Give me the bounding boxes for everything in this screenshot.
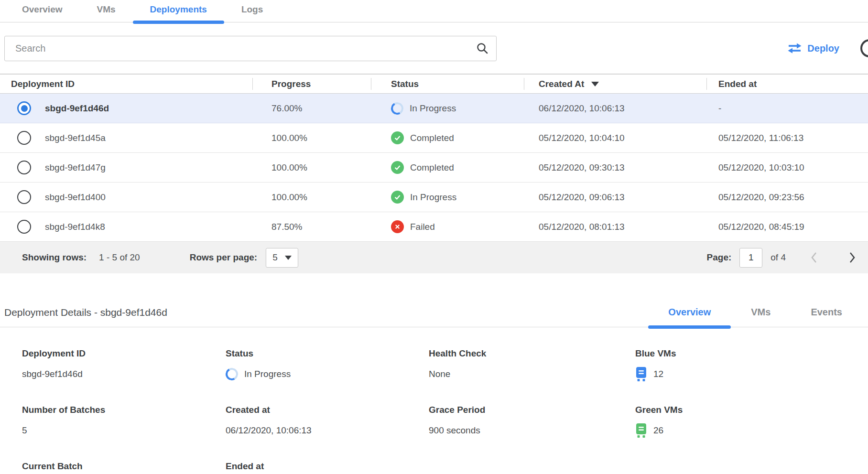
- failed-cross-icon: [391, 220, 404, 233]
- row-radio[interactable]: [17, 161, 31, 174]
- deployment-id-cell: sbgd-9ef1d47g: [45, 162, 106, 173]
- chevron-down-icon: [285, 256, 292, 260]
- row-radio[interactable]: [17, 131, 31, 145]
- page-number-input[interactable]: [739, 248, 762, 268]
- progress-cell: 76.00%: [252, 103, 371, 114]
- row-radio[interactable]: [17, 220, 31, 234]
- column-header-created-at[interactable]: Created At: [524, 75, 706, 93]
- table-header-row: Deployment ID Progress Status Created At…: [0, 74, 868, 94]
- created-at-cell: 05/12/2020, 09:06:13: [524, 192, 706, 203]
- progress-cell: 100.00%: [252, 162, 371, 173]
- status-cell: Completed: [410, 162, 454, 173]
- deploy-button-label: Deploy: [807, 43, 839, 54]
- field-label: Current Batch: [22, 461, 226, 472]
- details-tab-vms[interactable]: VMs: [731, 307, 791, 327]
- in-progress-spinner-icon: [224, 366, 239, 382]
- ended-at-cell: 05/12/2020, 08:45:19: [706, 222, 868, 232]
- field-value: 12: [653, 369, 663, 379]
- deployment-id-cell: sbgd-9ef1d45a: [45, 133, 106, 143]
- sort-desc-icon: [591, 82, 599, 86]
- completed-check-icon: [391, 191, 404, 204]
- column-header-deployment-id[interactable]: Deployment ID: [0, 75, 252, 93]
- in-progress-spinner-icon: [390, 101, 405, 116]
- table-row[interactable]: sbgd-9ef1d4k8 87.50% Failed 05/12/2020, …: [0, 212, 868, 242]
- field-value: 900 seconds: [429, 423, 635, 438]
- row-radio-selected[interactable]: [17, 101, 31, 115]
- tab-deployments[interactable]: Deployments: [133, 4, 224, 22]
- tab-overview[interactable]: Overview: [5, 4, 80, 22]
- previous-page-icon[interactable]: [811, 252, 817, 263]
- status-cell: Failed: [410, 222, 435, 232]
- field-value: In Progress: [244, 369, 291, 379]
- deployment-details-title: Deployment Details - sbgd-9ef1d46d: [4, 307, 167, 327]
- page-total: of 4: [770, 252, 786, 263]
- field-label: Status: [226, 348, 429, 359]
- completed-check-icon: [391, 131, 404, 144]
- search-icon: [476, 42, 488, 54]
- field-value: 06/12/2020, 10:06:13: [226, 423, 429, 438]
- field-status: Status In Progress: [226, 348, 429, 381]
- column-header-ended-at[interactable]: Ended at: [706, 75, 868, 93]
- details-tab-events[interactable]: Events: [791, 307, 862, 327]
- deploy-button[interactable]: Deploy: [787, 43, 839, 54]
- ended-at-cell: 05/12/2020, 11:06:13: [706, 133, 868, 143]
- search-input[interactable]: [5, 43, 476, 54]
- field-label: Grace Period: [429, 405, 635, 415]
- deploy-swap-icon: [787, 43, 802, 54]
- deployment-id-cell: sbgd-9ef1d4k8: [45, 222, 105, 232]
- field-value: sbgd-9ef1d46d: [22, 367, 226, 381]
- field-green-vms: Green VMs 26: [635, 405, 868, 438]
- history-icon[interactable]: [860, 39, 868, 57]
- ended-at-cell: 05/12/2020, 10:03:10: [706, 162, 868, 173]
- search-box[interactable]: [4, 36, 497, 61]
- field-created-at: Created at 06/12/2020, 10:06:13: [226, 405, 429, 438]
- deployment-details-grid: Deployment ID sbgd-9ef1d46d Status In Pr…: [0, 327, 868, 474]
- main-tab-bar: Overview VMs Deployments Logs: [0, 0, 868, 22]
- next-page-icon[interactable]: [849, 252, 856, 263]
- ended-at-cell: 05/12/2020, 09:23:56: [706, 192, 868, 203]
- column-header-progress[interactable]: Progress: [252, 75, 371, 93]
- deployments-table: Deployment ID Progress Status Created At…: [0, 74, 868, 273]
- tab-logs[interactable]: Logs: [224, 4, 280, 22]
- column-header-created-at-label: Created At: [539, 79, 584, 89]
- details-tab-overview[interactable]: Overview: [648, 307, 731, 327]
- table-pagination-bar: Showing rows: 1 - 5 of 20 Rows per page:…: [0, 242, 868, 273]
- field-current-batch: Current Batch 5: [22, 461, 226, 474]
- tab-vms[interactable]: VMs: [80, 4, 133, 22]
- field-ended-at: Ended at -: [226, 461, 429, 474]
- rows-per-page-select[interactable]: 5: [266, 248, 298, 268]
- deployment-id-cell: sbgd-9ef1d400: [45, 192, 106, 203]
- rows-per-page-label: Rows per page:: [190, 252, 257, 263]
- table-row[interactable]: sbgd-9ef1d45a 100.00% Completed 05/12/20…: [0, 123, 868, 153]
- deployment-details-header: Deployment Details - sbgd-9ef1d46d Overv…: [0, 307, 868, 327]
- completed-check-icon: [391, 161, 404, 174]
- created-at-cell: 05/12/2020, 08:01:13: [524, 222, 706, 232]
- toolbar: Deploy: [0, 35, 868, 61]
- field-health-check: Health Check None: [429, 348, 635, 381]
- field-number-of-batches: Number of Batches 5: [22, 405, 226, 438]
- showing-rows-label: Showing rows:: [22, 252, 87, 263]
- field-deployment-id: Deployment ID sbgd-9ef1d46d: [22, 348, 226, 381]
- field-label: Green VMs: [635, 405, 868, 415]
- progress-cell: 87.50%: [252, 222, 371, 232]
- rows-per-page-value: 5: [272, 252, 278, 263]
- status-cell: In Progress: [410, 192, 456, 203]
- table-row[interactable]: sbgd-9ef1d46d 76.00% In Progress 06/12/2…: [0, 94, 868, 123]
- table-row[interactable]: sbgd-9ef1d400 100.00% In Progress 05/12/…: [0, 183, 868, 212]
- progress-cell: 100.00%: [252, 133, 371, 143]
- status-cell: In Progress: [410, 103, 456, 114]
- progress-cell: 100.00%: [252, 192, 371, 203]
- field-blue-vms: Blue VMs 12: [635, 348, 868, 381]
- field-value: 26: [653, 425, 663, 436]
- created-at-cell: 05/12/2020, 10:04:10: [524, 133, 706, 143]
- field-label: Health Check: [429, 348, 635, 359]
- table-row[interactable]: sbgd-9ef1d47g 100.00% Completed 05/12/20…: [0, 153, 868, 183]
- page-label: Page:: [707, 252, 732, 263]
- field-label: Number of Batches: [22, 405, 226, 415]
- field-label: Deployment ID: [22, 348, 226, 359]
- showing-rows-value: 1 - 5 of 20: [99, 252, 140, 263]
- row-radio[interactable]: [17, 190, 31, 204]
- field-label: Blue VMs: [635, 348, 868, 359]
- field-value: 5: [22, 423, 226, 438]
- column-header-status[interactable]: Status: [371, 75, 524, 93]
